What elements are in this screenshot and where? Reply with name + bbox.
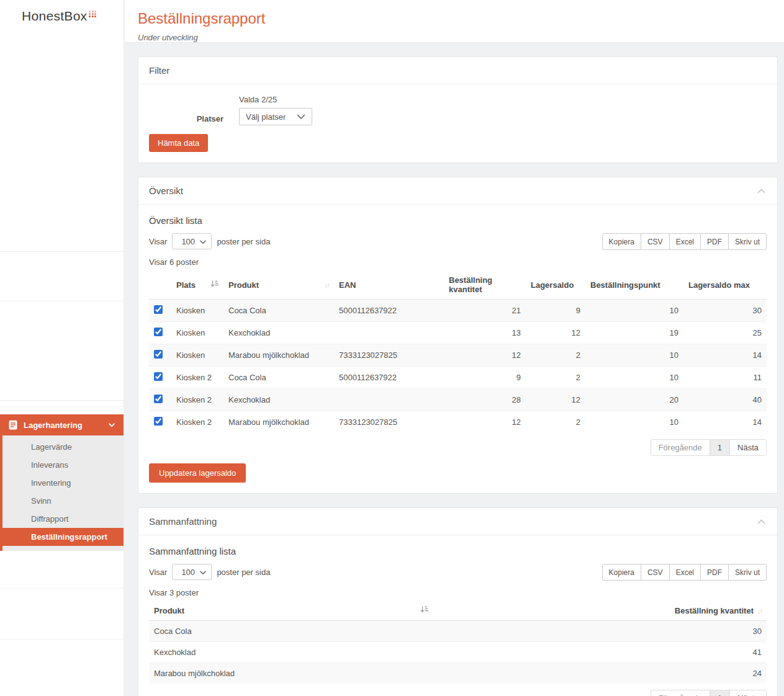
column-header-bestallningspunkt: Beställningspunkt: [585, 270, 683, 300]
pagination-page-button[interactable]: 1: [710, 690, 730, 696]
sammanfattning-card-header: Sammanfattning: [138, 508, 777, 535]
column-header-bestallning-kvantitet[interactable]: Beställning kvantitet ↓↑: [433, 601, 767, 621]
sidebar-divider: [0, 639, 124, 640]
cell-bestallning-kvantitet: 21: [444, 300, 526, 322]
export-button[interactable]: Kopiera: [602, 564, 641, 581]
row-checkbox[interactable]: [154, 417, 163, 426]
collapse-chevron-up-icon[interactable]: [756, 518, 767, 525]
cell-plats: Kiosken 2: [171, 367, 223, 389]
row-checkbox[interactable]: [154, 350, 163, 359]
sidebar-divider: [0, 588, 124, 589]
column-header-ean: EAN: [334, 270, 444, 300]
sidebar-divider: [0, 251, 124, 252]
column-header-produkt[interactable]: Produkt ↓↑: [223, 270, 334, 300]
export-button[interactable]: Skriv ut: [728, 233, 767, 250]
platser-select-value: Välj platser: [246, 112, 286, 122]
sidebar-subitem[interactable]: Diffrapport: [2, 510, 124, 528]
fetch-data-button[interactable]: Hämta data: [149, 134, 208, 152]
oversikt-info: Visar 6 poster: [149, 257, 767, 267]
sidebar-menu: Lagerhantering Lagervärde Inleverans Inv…: [0, 414, 124, 551]
table-row: Kiosken 2 Coca Cola 5000112637922 9 2 10…: [149, 367, 767, 389]
table-row: Kiosken 2 Kexchoklad 28 12 20 40: [149, 389, 767, 411]
sidebar-divider: [0, 400, 124, 401]
export-button[interactable]: Excel: [669, 564, 701, 581]
cell-bestallning-kvantitet: 12: [444, 411, 526, 434]
sidebar-subitem[interactable]: Svinn: [2, 492, 124, 510]
cell-produkt: Marabou mjölkchoklad: [223, 344, 334, 367]
sort-amount-icon: [420, 606, 428, 615]
sammanfattning-table: Produkt: [149, 601, 767, 684]
export-button[interactable]: PDF: [700, 233, 729, 250]
chevron-down-icon: [200, 568, 206, 577]
cell-ean: [334, 322, 444, 344]
cell-lagersaldo-max: 14: [683, 411, 767, 434]
column-header-checkbox: [149, 270, 171, 300]
table-row: Kiosken Coca Cola 5000112637922 21 9 10 …: [149, 300, 767, 322]
cell-lagersaldo: 2: [526, 367, 585, 389]
length-prefix: Visar: [149, 568, 167, 577]
cell-plats: Kiosken 2: [171, 389, 223, 411]
cell-bestallningspunkt: 10: [585, 411, 683, 434]
oversikt-table: Plats: [149, 270, 767, 433]
sammanfattning-card-body: Sammanfattning lista Visar 100 poster pe…: [138, 535, 777, 696]
page-length-select[interactable]: 100: [172, 564, 212, 580]
row-checkbox[interactable]: [154, 372, 163, 381]
pagination-previous-button[interactable]: Föregående: [651, 439, 710, 456]
platser-select[interactable]: Välj platser: [239, 108, 312, 125]
pagination: Föregående 1 Nästa: [149, 439, 767, 456]
filter-card: Filter Platser Valda 2/25 Välj platser: [138, 56, 778, 163]
export-button[interactable]: CSV: [641, 564, 670, 581]
sidebar-subitem[interactable]: Beställningsrapport: [0, 528, 124, 546]
cell-lagersaldo: 2: [526, 411, 585, 434]
cell-produkt: Kexchoklad: [149, 642, 433, 663]
pagination-page-button[interactable]: 1: [710, 439, 730, 456]
chevron-down-icon: [297, 112, 305, 122]
sidebar-divider: [0, 301, 124, 301]
sort-amount-icon: [210, 280, 219, 290]
platser-label: Platser: [149, 95, 239, 125]
length-prefix: Visar: [149, 237, 167, 246]
table-row: Coca Cola 30: [149, 621, 767, 642]
table-row: Kiosken Kexchoklad 13 12 19 25: [149, 322, 767, 344]
pagination-next-button[interactable]: Nästa: [729, 690, 767, 696]
export-button[interactable]: PDF: [700, 564, 729, 581]
sidebar-subitem[interactable]: Inventering: [2, 474, 124, 492]
oversikt-card-title: Översikt: [149, 185, 183, 196]
row-checkbox[interactable]: [154, 305, 163, 314]
export-button[interactable]: Excel: [669, 233, 701, 250]
row-checkbox[interactable]: [154, 395, 163, 403]
sidebar-item-lagerhantering[interactable]: Lagerhantering: [0, 414, 124, 435]
page-length-select[interactable]: 100: [172, 233, 212, 249]
cell-bestallning-kvantitet: 13: [444, 322, 526, 344]
sidebar-subitem[interactable]: Lagervärde: [2, 438, 124, 456]
collapse-chevron-up-icon[interactable]: [756, 187, 767, 195]
cell-ean: [334, 389, 444, 411]
table-row: Kexchoklad 41: [149, 642, 767, 663]
export-button[interactable]: CSV: [641, 233, 670, 250]
oversikt-table-header-row: Plats: [149, 270, 767, 300]
pagination-next-button[interactable]: Nästa: [729, 439, 767, 456]
cell-lagersaldo-max: 40: [683, 389, 767, 411]
cell-plats: Kiosken: [171, 344, 223, 367]
page-subtitle: Under utveckling: [138, 33, 784, 42]
update-stock-button[interactable]: Uppdatera lagersaldo: [149, 463, 246, 483]
export-button[interactable]: Skriv ut: [728, 564, 767, 581]
cell-lagersaldo-max: 11: [683, 367, 767, 389]
cell-lagersaldo-max: 30: [683, 300, 767, 322]
column-header-produkt[interactable]: Produkt: [149, 601, 433, 621]
pagination-previous-button[interactable]: Föregående: [651, 690, 710, 696]
page-body: Filter Platser Valda 2/25 Välj platser: [125, 43, 784, 696]
cell-bestallningspunkt: 10: [585, 344, 683, 367]
oversikt-list-title: Översikt lista: [149, 215, 767, 226]
main-content: Beställningsrapport Under utveckling Fil…: [125, 0, 784, 696]
column-header-plats[interactable]: Plats: [171, 270, 223, 300]
export-button[interactable]: Kopiera: [602, 233, 641, 250]
row-checkbox[interactable]: [154, 328, 163, 336]
cell-lagersaldo: 9: [526, 300, 585, 322]
logo-text: HonestBox: [22, 9, 87, 24]
logo[interactable]: HonestBox: [22, 9, 96, 24]
sidebar-subitem[interactable]: Inleverans: [2, 456, 124, 474]
cell-produkt: Coca Cola: [149, 621, 433, 642]
filter-card-header: Filter: [138, 57, 777, 84]
sidebar-item-label: Lagerhantering: [24, 421, 83, 430]
